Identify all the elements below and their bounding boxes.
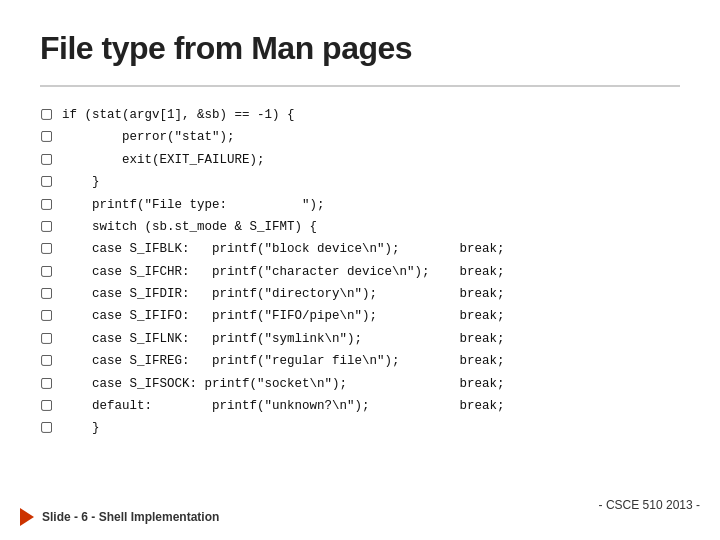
slide-title: File type from Man pages: [40, 30, 680, 67]
code-text: case S_IFSOCK: printf("socket\n"); break…: [62, 375, 505, 394]
bullet-icon: ▢: [40, 349, 54, 371]
code-line: ▢ perror("stat");: [40, 125, 680, 147]
course-label: - CSCE 510 2013 -: [599, 498, 700, 512]
bullet-icon: ▢: [40, 103, 54, 125]
code-line: ▢ case S_IFIFO: printf("FIFO/pipe\n"); b…: [40, 304, 680, 326]
code-block: ▢if (stat(argv[1], &sb) == -1) {▢ perror…: [40, 103, 680, 439]
code-text: }: [62, 419, 100, 438]
code-line: ▢ case S_IFBLK: printf("block device\n")…: [40, 237, 680, 259]
bullet-icon: ▢: [40, 237, 54, 259]
bullet-icon: ▢: [40, 125, 54, 147]
code-line: ▢ switch (sb.st_mode & S_IFMT) {: [40, 215, 680, 237]
code-text: case S_IFREG: printf("regular file\n"); …: [62, 352, 505, 371]
bullet-icon: ▢: [40, 260, 54, 282]
code-text: case S_IFCHR: printf("character device\n…: [62, 263, 505, 282]
slide-label: Slide - 6 - Shell Implementation: [42, 510, 219, 524]
bullet-icon: ▢: [40, 148, 54, 170]
code-line: ▢if (stat(argv[1], &sb) == -1) {: [40, 103, 680, 125]
code-text: switch (sb.st_mode & S_IFMT) {: [62, 218, 317, 237]
bullet-icon: ▢: [40, 372, 54, 394]
code-text: perror("stat");: [62, 128, 235, 147]
code-line: ▢ printf("File type: ");: [40, 193, 680, 215]
bullet-icon: ▢: [40, 215, 54, 237]
bullet-icon: ▢: [40, 394, 54, 416]
title-divider: [40, 85, 680, 87]
code-line: ▢ case S_IFREG: printf("regular file\n")…: [40, 349, 680, 371]
code-text: case S_IFBLK: printf("block device\n"); …: [62, 240, 505, 259]
code-text: exit(EXIT_FAILURE);: [62, 151, 265, 170]
code-text: case S_IFIFO: printf("FIFO/pipe\n"); bre…: [62, 307, 505, 326]
code-line: ▢ case S_IFLNK: printf("symlink\n"); bre…: [40, 327, 680, 349]
bullet-icon: ▢: [40, 193, 54, 215]
code-line: ▢ exit(EXIT_FAILURE);: [40, 148, 680, 170]
bullet-icon: ▢: [40, 327, 54, 349]
footer-arrow-icon: [20, 508, 34, 526]
bullet-icon: ▢: [40, 170, 54, 192]
code-line: ▢ }: [40, 170, 680, 192]
code-text: printf("File type: ");: [62, 196, 325, 215]
bullet-icon: ▢: [40, 416, 54, 438]
code-line: ▢ case S_IFDIR: printf("directory\n"); b…: [40, 282, 680, 304]
code-line: ▢ case S_IFSOCK: printf("socket\n"); bre…: [40, 372, 680, 394]
code-text: }: [62, 173, 100, 192]
footer: Slide - 6 - Shell Implementation - CSCE …: [0, 508, 720, 526]
code-text: if (stat(argv[1], &sb) == -1) {: [62, 106, 295, 125]
code-text: default: printf("unknown?\n"); break;: [62, 397, 505, 416]
code-text: case S_IFDIR: printf("directory\n"); bre…: [62, 285, 505, 304]
bullet-icon: ▢: [40, 304, 54, 326]
code-text: case S_IFLNK: printf("symlink\n"); break…: [62, 330, 505, 349]
bullet-icon: ▢: [40, 282, 54, 304]
code-line: ▢ }: [40, 416, 680, 438]
code-line: ▢ default: printf("unknown?\n"); break;: [40, 394, 680, 416]
slide: File type from Man pages ▢if (stat(argv[…: [0, 0, 720, 540]
code-line: ▢ case S_IFCHR: printf("character device…: [40, 260, 680, 282]
